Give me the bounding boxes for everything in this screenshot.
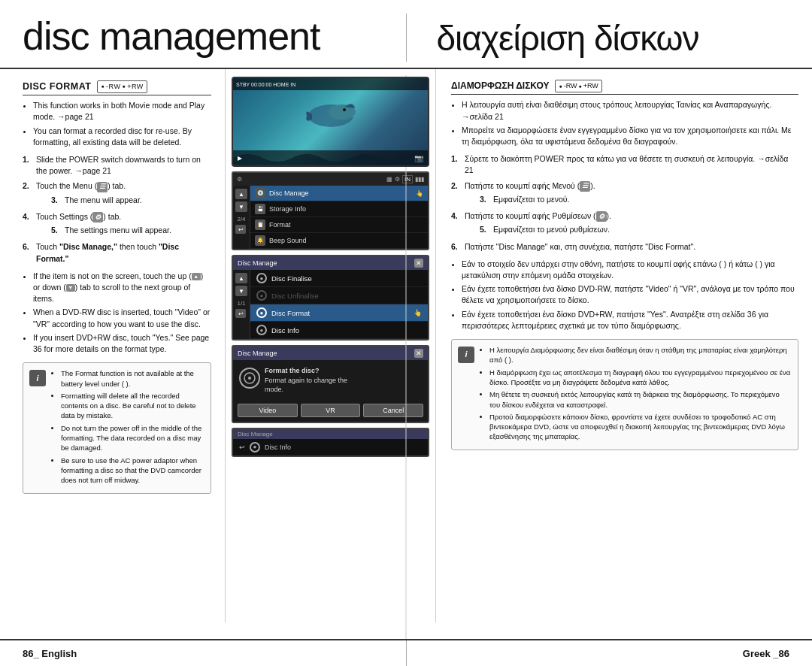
submenu-screen: Disc Manage ✕ ▲ ▼ 1/1 ↩ ● Disc Finalise <box>232 255 429 341</box>
page-num: 2/4 <box>235 216 247 223</box>
nav-up-btn-2[interactable]: ▲ <box>235 273 247 283</box>
svg-point-4 <box>248 377 251 380</box>
screen-bottombar: ▶ 📷 <box>233 150 428 165</box>
list-item: Εάν έχετε τοποθετήσει ένα δίσκο DVD-RW, … <box>462 283 798 306</box>
dialog-title: Disc Manage <box>238 350 277 357</box>
dialog-line2: Format again to change the <box>265 376 347 386</box>
format-badge: ●-RW ●+RW <box>97 80 147 93</box>
submenu-item-label: Disc Format <box>271 309 310 317</box>
menu-item-storage-info[interactable]: 💾 Storage Info <box>250 201 428 217</box>
intro-bullets: This function works in both Movie mode a… <box>23 100 211 148</box>
list-item: Εάν το στοιχείο δεν υπάρχει στην οθόνη, … <box>462 259 798 281</box>
title-greek: διαχείριση δίσκων <box>437 19 699 58</box>
list-item: Η διαμόρφωση έχει ως αποτέλεσμα τη διαγρ… <box>489 368 792 388</box>
bottom-menu-item-label: Disc Info <box>265 443 291 451</box>
submenu-item-format[interactable]: ● Disc Format 👆 <box>250 304 428 322</box>
right-column: ΔΙΑΜΟΡΦΩΣΗ ΔΙΣΚΟΥ ●-RW ●+RW Η λειτουργία… <box>436 69 812 622</box>
settings-icon: ⚙ <box>92 212 103 223</box>
note-icon-gr: i <box>458 347 474 363</box>
header: disc management διαχείριση δίσκων <box>0 0 812 69</box>
disc-info-icon-2: ● <box>250 442 260 453</box>
list-item: Πατήστε το κουμπί αφής Ρυθμίσεων (⚙). Εμ… <box>451 210 798 237</box>
close-button[interactable]: ✕ <box>414 259 423 268</box>
camera-icon: 📷 <box>414 154 423 162</box>
submenu-header: Disc Manage ✕ <box>233 256 428 270</box>
disc-format-title-gr: ΔΙΑΜΟΡΦΩΣΗ ΔΙΣΚΟΥ ●-RW ●+RW <box>451 80 798 95</box>
list-item: Η λειτουργία αυτή είναι διαθέσιμη στους … <box>462 99 798 122</box>
list-item: When a DVD-RW disc is inserted, touch "V… <box>33 307 211 329</box>
menu-screen-1: ⚙ ▦ ⚙ IN ▮▮▮ ▲ ▼ 2/4 ↩ <box>232 171 429 250</box>
menu-icon-2: ⚙ <box>395 176 400 183</box>
format-disc-icon: ● <box>256 307 267 318</box>
footer-right: Greek _86 <box>743 648 789 659</box>
page: disc management διαχείριση δίσκων DISC F… <box>0 0 812 666</box>
nav-down-btn-2[interactable]: ▼ <box>235 286 247 296</box>
dialog-header: Disc Manage ✕ <box>233 347 428 360</box>
note-box-left: i The Format function is not available a… <box>23 362 211 493</box>
list-item: Touch the Menu (☰) tab. The menu will ap… <box>23 180 211 207</box>
list-item: If the item is not on the screen, touch … <box>33 271 211 305</box>
footer-left: 86_ English <box>23 648 77 659</box>
nav-up-btn[interactable]: ▲ <box>235 189 247 199</box>
list-item: The Format function is not available at … <box>61 368 205 389</box>
footer: 86_ English Greek _86 <box>0 639 812 666</box>
menu-item-label: Beep Sound <box>269 237 307 244</box>
list-item: Formatting will delete all the recorded … <box>61 391 205 421</box>
format-disc-icon-circle <box>239 368 260 389</box>
menu-icon-gr: ☰ <box>580 181 590 192</box>
submenu-item-label: Disc Unfinalise <box>271 292 319 300</box>
list-item: If you insert DVD+RW disc, touch "Yes." … <box>33 332 211 355</box>
format-icon: 📋 <box>255 219 265 230</box>
list-item: Εάν έχετε τοποθετήσει ένα δίσκο DVD+RW, … <box>462 309 798 331</box>
bottom-menu-title: Disc Manage <box>238 431 273 437</box>
list-item: Πατήστε "Disc Manage" και, στη συνέχεια,… <box>451 241 798 253</box>
back-btn[interactable]: ↩ <box>235 225 246 234</box>
submenu-item-label: Disc Finalise <box>271 274 312 283</box>
submenu-item-label: Disc Info <box>271 326 299 335</box>
dialog-line3: mode. <box>265 385 347 395</box>
video-button[interactable]: Video <box>238 404 298 417</box>
menu-icon-bars: ▮▮▮ <box>415 176 424 183</box>
back-indicator: ↩ <box>239 443 245 451</box>
menu-icon-gear: ⚙ <box>237 176 242 183</box>
additional-bullets: If the item is not on the screen, touch … <box>23 271 211 356</box>
cursor-indicator-2: 👆 <box>414 309 422 316</box>
submenu-item-finalise[interactable]: ● Disc Finalise <box>250 270 428 287</box>
note-icon: i <box>29 370 46 386</box>
menu-item-beep-sound[interactable]: 🔔 Beep Sound <box>250 233 428 249</box>
steps-list: Slide the POWER switch downwards to turn… <box>23 154 211 265</box>
list-item: Touch "Disc Manage," then touch "Disc Fo… <box>23 241 211 264</box>
menu-nav-area: ▲ ▼ 2/4 ↩ 💿 Disc Manage 👆 💾 St <box>233 186 428 249</box>
submenu-item-unfinalise: ● Disc Unfinalise <box>250 287 428 304</box>
disc-manage-icon: 💿 <box>255 188 265 198</box>
list-item: Touch Settings (⚙) tab. The settings men… <box>23 211 211 238</box>
list-item: Η λειτουργία Διαμόρφωσης δεν είναι διαθέ… <box>489 345 792 365</box>
cursor-indicator: 👆 <box>416 190 423 197</box>
storage-icon: 💾 <box>255 204 265 214</box>
list-item: Εμφανίζεται το μενού ρυθμίσεων. <box>480 224 611 235</box>
dolphin-image <box>301 93 361 135</box>
down-icon: ▼ <box>66 284 75 292</box>
menu-item-label: Storage Info <box>269 205 306 213</box>
disc-info-icon: ● <box>256 325 267 335</box>
submenu-nav: ▲ ▼ 1/1 ↩ <box>233 270 250 339</box>
menu-item-disc-manage[interactable]: 💿 Disc Manage 👆 <box>250 186 428 201</box>
list-item: Προτού διαμορφώσετε κάποιον δίσκο, φροντ… <box>489 412 792 442</box>
vr-button[interactable]: VR <box>301 404 361 417</box>
cancel-button[interactable]: Cancel <box>363 404 423 417</box>
list-item: You can format a recorded disc for re-us… <box>33 126 211 148</box>
intro-bullets-gr: Η λειτουργία αυτή είναι διαθέσιμη στους … <box>451 99 798 147</box>
header-right: διαχείριση δίσκων <box>407 18 790 62</box>
finalise-icon: ● <box>256 273 267 283</box>
submenu-item-disc-info[interactable]: ● Disc Info <box>250 322 428 339</box>
nav-down-btn[interactable]: ▼ <box>235 201 247 212</box>
list-item: Μη θέτετε τη συσκευή εκτός λειτουργίας κ… <box>489 389 792 410</box>
list-item: Do not turn the power off in the middle … <box>61 423 205 453</box>
list-item: This function works in both Movie mode a… <box>33 100 211 123</box>
menu-nav-btns: ▲ ▼ 2/4 ↩ <box>233 186 250 249</box>
steps-list-gr: Σύρετε το διακόπτη POWER προς τα κάτω γι… <box>451 153 798 253</box>
svg-point-2 <box>343 108 346 111</box>
back-btn-2[interactable]: ↩ <box>235 309 246 318</box>
menu-item-format[interactable]: 📋 Format <box>250 217 428 233</box>
dialog-close[interactable]: ✕ <box>414 349 423 358</box>
